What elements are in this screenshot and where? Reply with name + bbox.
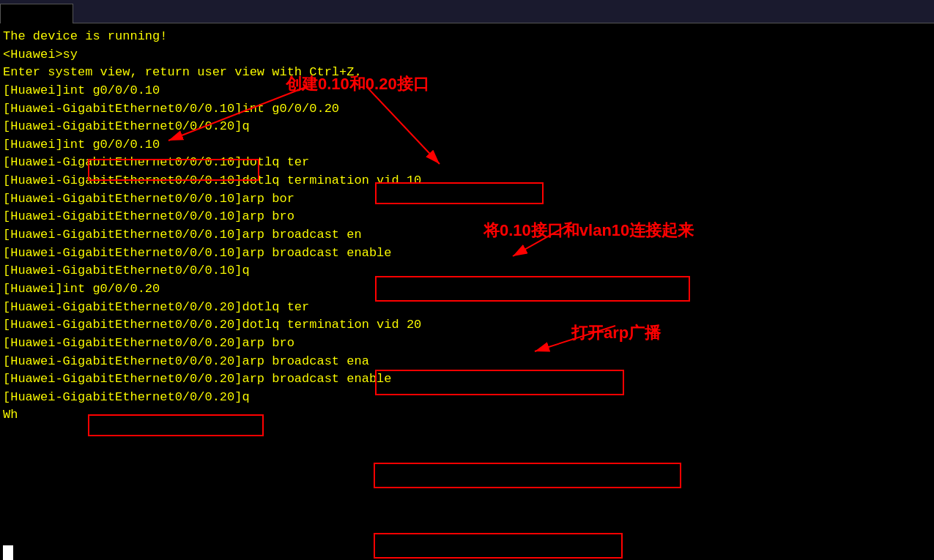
terminal-line-2: <Huawei>sy <box>3 46 931 64</box>
tab-label: AR1 <box>26 7 48 20</box>
terminal-line-16: [Huawei-GigabitEthernet0/0/0.20]dotlq te… <box>3 299 931 317</box>
terminal-line-7: [Huawei]int g0/0/0.10 <box>3 136 931 154</box>
terminal-line-20: [Huawei-GigabitEthernet0/0/0.20]arp broa… <box>3 370 931 389</box>
tab-ar1[interactable]: AR1 <box>0 4 73 23</box>
terminal-line-12: [Huawei-GigabitEthernet0/0/0.10]arp broa… <box>3 226 931 244</box>
terminal-line-11: [Huawei-GigabitEthernet0/0/0.10]arp bro <box>3 208 931 226</box>
terminal-line-15: [Huawei]int g0/0/0.20 <box>3 280 931 299</box>
tab-bar: AR1 <box>0 0 934 23</box>
terminal-line-10: [Huawei-GigabitEthernet0/0/0.10]arp bor <box>3 190 931 209</box>
terminal-line-6: [Huawei-GigabitEthernet0/0/0.20]q <box>3 118 931 136</box>
terminal-line-5: [Huawei-GigabitEthernet0/0/0.10]int g0/0… <box>3 100 931 119</box>
terminal-line-3: Enter system view, return user view with… <box>3 64 931 82</box>
terminal-line-13: [Huawei-GigabitEthernet0/0/0.10]arp broa… <box>3 244 931 263</box>
terminal-window[interactable]: The device is running!<Huawei>syEnter sy… <box>0 23 934 560</box>
terminal-line-14: [Huawei-GigabitEthernet0/0/0.10]q <box>3 262 931 280</box>
terminal-line-18: [Huawei-GigabitEthernet0/0/0.20]arp bro <box>3 335 931 353</box>
terminal-line-8: [Huawei-GigabitEthernet0/0/0.10]dotlq te… <box>3 154 931 172</box>
terminal-line-0: The device is running! <box>3 28 931 46</box>
terminal-line-21: [Huawei-GigabitEthernet0/0/0.20]q <box>3 389 931 407</box>
terminal-line-22: Wh <box>3 406 931 425</box>
terminal-line-9: [Huawei-GigabitEthernet0/0/0.10]dotlq te… <box>3 172 931 190</box>
terminal-line-4: [Huawei]int g0/0/0.10 <box>3 82 931 100</box>
terminal-line-17: [Huawei-GigabitEthernet0/0/0.20]dotlq te… <box>3 316 931 335</box>
terminal-line-19: [Huawei-GigabitEthernet0/0/0.20]arp broa… <box>3 353 931 371</box>
